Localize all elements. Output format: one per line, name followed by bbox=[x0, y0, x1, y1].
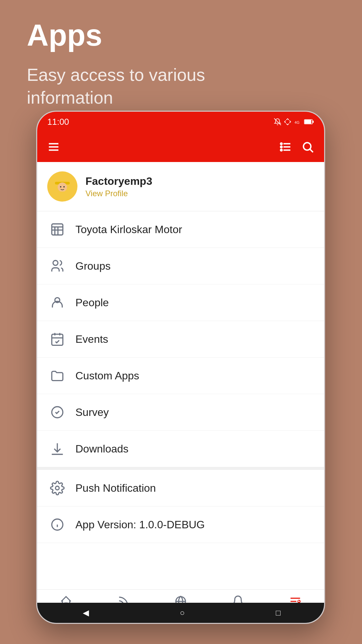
android-back-button[interactable]: ◀ bbox=[83, 608, 89, 618]
hamburger-menu-button[interactable] bbox=[47, 141, 60, 153]
info-icon bbox=[47, 515, 67, 535]
menu-label-push-notification: Push Notification bbox=[75, 482, 156, 494]
view-profile-link[interactable]: View Profile bbox=[85, 189, 152, 198]
menu-label-events: Events bbox=[75, 333, 108, 345]
groups-icon bbox=[47, 256, 67, 276]
menu-item-events[interactable]: Events bbox=[37, 321, 324, 358]
search-button[interactable] bbox=[301, 141, 314, 153]
building-icon bbox=[47, 219, 67, 239]
download-icon bbox=[47, 439, 67, 459]
android-nav-bar: ◀ ○ □ bbox=[37, 603, 325, 623]
menu-item-custom-apps[interactable]: Custom Apps bbox=[37, 358, 324, 394]
folder-icon bbox=[47, 366, 67, 386]
content-area: Factoryemp3 View Profile Toyota Kir bbox=[37, 162, 324, 591]
svg-rect-29 bbox=[52, 334, 63, 345]
list-icon-button[interactable] bbox=[279, 141, 292, 153]
menu-item-people[interactable]: People bbox=[37, 284, 324, 321]
profile-name: Factoryemp3 bbox=[85, 175, 152, 187]
calendar-icon bbox=[47, 329, 67, 349]
menu-list: Toyota Kirloskar Motor Groups bbox=[37, 211, 324, 467]
menu-label-people: People bbox=[75, 297, 109, 309]
svg-point-13 bbox=[281, 149, 282, 151]
svg-point-35 bbox=[56, 486, 59, 490]
toolbar-right bbox=[279, 141, 314, 153]
svg-text:4G: 4G bbox=[295, 120, 300, 124]
svg-line-15 bbox=[310, 149, 313, 152]
profile-section[interactable]: Factoryemp3 View Profile bbox=[37, 162, 324, 211]
android-recent-button[interactable]: □ bbox=[276, 608, 281, 618]
svg-rect-22 bbox=[52, 224, 63, 235]
background-section: Apps Easy access to various information bbox=[27, 20, 228, 109]
svg-point-11 bbox=[281, 143, 282, 145]
person-icon bbox=[47, 292, 67, 313]
svg-point-21 bbox=[63, 186, 65, 187]
svg-point-27 bbox=[53, 261, 58, 266]
app-subtitle: Easy access to various information bbox=[27, 64, 228, 109]
app-title: Apps bbox=[27, 20, 228, 50]
phone-frame: 11:00 4G bbox=[36, 111, 325, 624]
svg-line-0 bbox=[274, 118, 281, 125]
avatar bbox=[47, 171, 77, 202]
profile-info: Factoryemp3 View Profile bbox=[85, 175, 152, 198]
menu-item-app-version: App Version: 1.0.0-DEBUG bbox=[37, 506, 324, 543]
toolbar bbox=[37, 132, 324, 162]
status-time: 11:00 bbox=[47, 117, 69, 127]
settings-icon bbox=[47, 478, 67, 498]
menu-item-downloads[interactable]: Downloads bbox=[37, 431, 324, 467]
svg-point-20 bbox=[60, 186, 61, 187]
menu-label-company: Toyota Kirloskar Motor bbox=[75, 223, 182, 236]
android-home-button[interactable]: ○ bbox=[180, 608, 185, 618]
menu-label-survey: Survey bbox=[75, 406, 109, 419]
svg-point-12 bbox=[281, 146, 282, 148]
section-divider bbox=[37, 467, 324, 470]
menu-item-survey[interactable]: Survey bbox=[37, 394, 324, 431]
menu-label-groups: Groups bbox=[75, 260, 111, 272]
check-circle-icon bbox=[47, 402, 67, 422]
svg-rect-3 bbox=[312, 121, 313, 123]
status-icons: 4G bbox=[274, 118, 314, 125]
menu-label-app-version: App Version: 1.0.0-DEBUG bbox=[75, 519, 205, 531]
menu-label-custom-apps: Custom Apps bbox=[75, 370, 139, 382]
svg-point-14 bbox=[303, 143, 311, 150]
svg-rect-19 bbox=[57, 192, 68, 199]
svg-point-18 bbox=[58, 182, 67, 192]
menu-label-downloads: Downloads bbox=[75, 443, 128, 455]
menu-item-company[interactable]: Toyota Kirloskar Motor bbox=[37, 211, 324, 248]
menu-item-groups[interactable]: Groups bbox=[37, 248, 324, 284]
svg-rect-4 bbox=[305, 120, 311, 123]
menu-item-push-notification[interactable]: Push Notification bbox=[37, 470, 324, 506]
status-bar: 11:00 4G bbox=[37, 112, 324, 132]
